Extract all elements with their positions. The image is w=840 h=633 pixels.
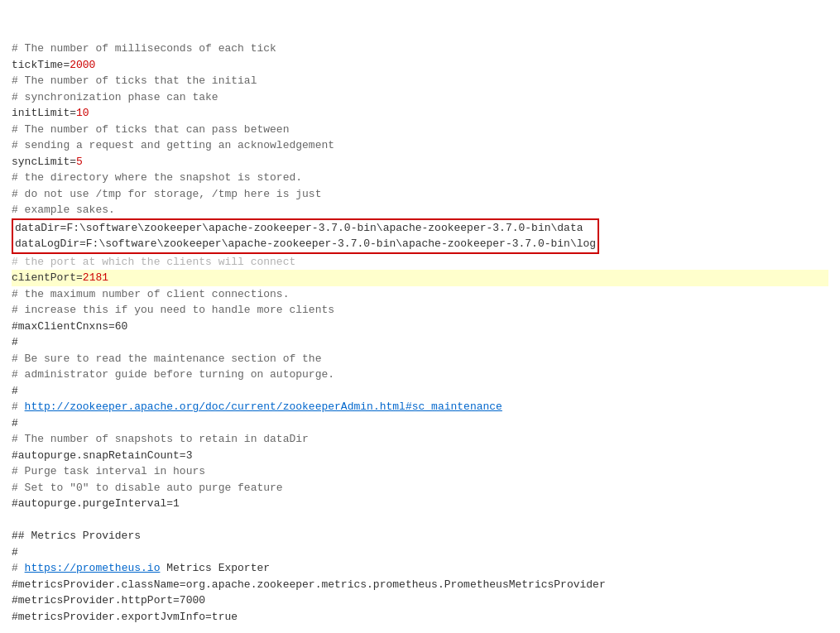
code-line-l5: initLimit=10	[12, 105, 828, 122]
code-line-l6: # The number of ticks that can pass betw…	[12, 122, 828, 138]
code-line-l8: syncLimit=5	[12, 154, 828, 170]
config-value: 5	[76, 156, 83, 168]
code-line-l10: # do not use /tmp for storage, /tmp here…	[12, 186, 828, 203]
code-line-l36: #metricsProvider.exportJvmInfo=true	[12, 609, 828, 626]
code-line-l11: # example sakes.	[12, 202, 828, 218]
code-line-l24: #	[12, 415, 828, 432]
comment-text: # Purge task interval in hours	[12, 465, 205, 477]
highlighted-box: dataDir=F:\software\zookeeper\apache-zoo…	[12, 218, 599, 254]
code-line-l29: #autopurge.purgeInterval=1	[12, 496, 828, 512]
code-line-l17: # increase this if you need to handle mo…	[12, 302, 828, 319]
comment-text: # synchronization phase can take	[12, 91, 218, 103]
code-line-l20: # Be sure to read the maintenance sectio…	[12, 351, 828, 367]
code-line-l23: # http://zookeeper.apache.org/doc/curren…	[12, 399, 828, 415]
comment-text: # the directory where the snapshot is st…	[12, 171, 302, 184]
maintenance-link[interactable]: http://zookeeper.apache.org/doc/current/…	[25, 400, 502, 413]
comment-text: # The number of snapshots to retain in d…	[12, 433, 309, 445]
code-line-l1: # The number of milliseconds of each tic…	[12, 41, 828, 57]
comment-text: # do not use /tmp for storage, /tmp here…	[12, 188, 321, 200]
comment-text: # Be sure to read the maintenance sectio…	[12, 352, 321, 365]
config-value: 10	[76, 107, 89, 119]
code-line-l16: # the maximum number of client connectio…	[12, 286, 828, 303]
code-line-l35: #metricsProvider.httpPort=7000	[12, 592, 828, 609]
comment-text: # increase this if you need to handle mo…	[12, 304, 334, 316]
config-key: syncLimit=	[12, 156, 76, 168]
code-line-l25: # The number of snapshots to retain in d…	[12, 431, 828, 448]
code-line-l26: #autopurge.snapRetainCount=3	[12, 448, 828, 464]
comment-faded-text: # the port at which the clients will con…	[12, 256, 295, 268]
code-line-l21: # administrator guide before turning on …	[12, 367, 828, 383]
code-line-l33: # https://prometheus.io Metrics Exporter	[12, 560, 828, 577]
code-line-l2: tickTime=2000	[12, 57, 828, 74]
code-line-l31: ## Metrics Providers	[12, 528, 828, 544]
comment-text: # The number of ticks that the initial	[12, 74, 257, 87]
config-key: initLimit=	[12, 107, 76, 119]
code-line-l15: clientPort=2181	[12, 270, 828, 286]
code-line-l9: # the directory where the snapshot is st…	[12, 170, 828, 186]
comment-text: # administrator guide before turning on …	[12, 368, 334, 381]
code-line-l18: #maxClientCnxns=60	[12, 319, 828, 335]
code-line-l34: #metricsProvider.className=org.apache.zo…	[12, 577, 828, 593]
code-line-l19: #	[12, 334, 828, 351]
code-line-l3: # The number of ticks that the initial	[12, 73, 828, 89]
prometheus-link[interactable]: https://prometheus.io	[25, 562, 161, 574]
code-line-l28: # Set to "0" to disable auto purge featu…	[12, 480, 828, 496]
code-line-l14: # the port at which the clients will con…	[12, 254, 828, 271]
comment-prefix: #	[12, 400, 25, 413]
config-value: 2000	[70, 59, 95, 71]
code-line-l27: # Purge task interval in hours	[12, 463, 828, 480]
config-key: tickTime=	[12, 59, 70, 71]
config-value: 2181	[83, 271, 108, 284]
comment-prefix2: #	[12, 562, 25, 574]
code-line-l7: # sending a request and getting an ackno…	[12, 137, 828, 154]
comment-suffix: Metrics Exporter	[160, 562, 270, 574]
code-lines: # The number of milliseconds of each tic…	[12, 41, 828, 625]
code-editor: # The number of milliseconds of each tic…	[0, 0, 840, 633]
comment-text: # The number of milliseconds of each tic…	[12, 42, 276, 55]
comment-text: # the maximum number of client connectio…	[12, 288, 289, 300]
code-line-l22: #	[12, 383, 828, 400]
comment-text: # sending a request and getting an ackno…	[12, 139, 334, 151]
comment-text: # example sakes.	[12, 204, 115, 216]
comment-text: # Set to "0" to disable auto purge featu…	[12, 482, 283, 494]
code-line-l32: #	[12, 544, 828, 561]
comment-text: # The number of ticks that can pass betw…	[12, 123, 289, 136]
code-line-l4: # synchronization phase can take	[12, 89, 828, 106]
config-key: clientPort=	[12, 271, 83, 284]
